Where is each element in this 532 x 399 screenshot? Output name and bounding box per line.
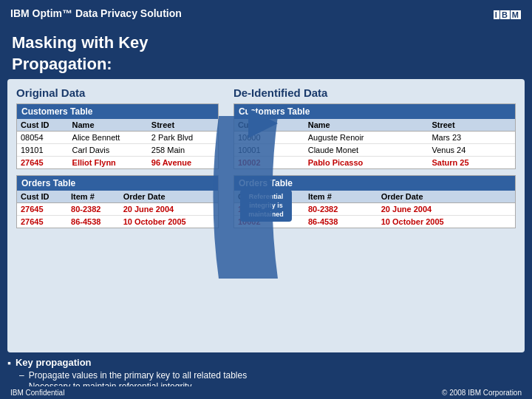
- bullet-sub-1: Propagate values in the primary key to a…: [19, 370, 525, 381]
- footer: IBM Confidential © 2008 IBM Corporation: [0, 386, 532, 399]
- left-customers-table: Customers Table Cust ID Name Street 0805…: [16, 103, 219, 169]
- header-bar: IBM Optim™ Data Privacy Solution IBM: [0, 0, 532, 27]
- table-row-highlight: 27645 80-2382 20 June 2004: [17, 203, 218, 216]
- left-orders-table-title: Orders Table: [17, 176, 218, 191]
- left-customers-header: Cust ID Name Street: [17, 119, 218, 132]
- col-item: Item #: [67, 191, 120, 203]
- table-row-highlight: 27645 86-4538 10 October 2005: [17, 216, 218, 228]
- table-row: 08054 Alice Bennett 2 Park Blvd: [17, 132, 218, 144]
- slide-title: Masking with KeyPropagation:: [0, 27, 532, 79]
- left-customers-table-title: Customers Table: [17, 104, 218, 119]
- col-orderdate: Order Date: [378, 191, 515, 203]
- col-name: Name: [304, 119, 429, 132]
- left-column: Original Data Customers Table Cust ID Na…: [16, 86, 226, 234]
- col-street: Street: [428, 119, 515, 132]
- header-title: IBM Optim™ Data Privacy Solution: [10, 7, 182, 19]
- ibm-logo: IBM: [494, 6, 522, 21]
- left-orders-table: Orders Table Cust ID Item # Order Date 2…: [16, 175, 219, 228]
- footer-right: © 2008 IBM Corporation: [442, 389, 522, 397]
- table-row: 19101 Carl Davis 258 Main: [17, 144, 218, 157]
- bullet-main: Key propagation: [7, 357, 525, 369]
- col-custid: Cust ID: [17, 191, 67, 203]
- main-content: Referential integrity is maintained Orig…: [7, 79, 525, 352]
- col-name: Name: [69, 119, 148, 132]
- col-custid: Cust ID: [17, 119, 69, 132]
- left-orders-header: Cust ID Item # Order Date: [17, 191, 218, 203]
- col-item: Item #: [304, 191, 378, 203]
- footer-left: IBM Confidential: [10, 389, 64, 397]
- deidentified-data-heading: De-Identified Data: [233, 86, 516, 99]
- col-orderdate: Order Date: [120, 191, 218, 203]
- connector-arrow: [204, 101, 293, 293]
- original-data-heading: Original Data: [16, 86, 219, 99]
- table-row-highlight: 27645 Elliot Flynn 96 Avenue: [17, 157, 218, 169]
